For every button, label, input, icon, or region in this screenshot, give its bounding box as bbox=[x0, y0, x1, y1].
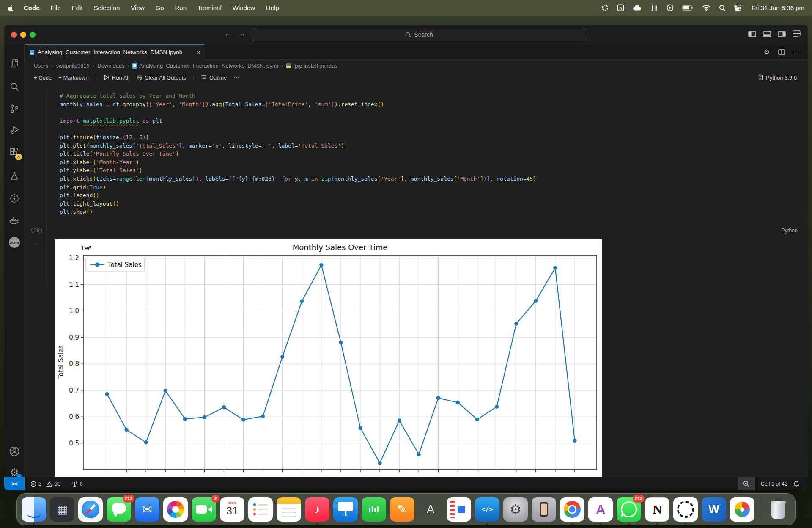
control-center-icon[interactable] bbox=[734, 5, 741, 11]
clear-all-outputs-button[interactable]: Clear All Outputs bbox=[136, 74, 186, 81]
dock-google-photos-icon[interactable] bbox=[730, 497, 754, 522]
output-collapse-toggle[interactable]: ··· bbox=[32, 241, 39, 248]
dock-photos-icon[interactable] bbox=[163, 497, 188, 522]
dock-chatgpt-icon[interactable] bbox=[673, 497, 698, 522]
dock-a-app-icon[interactable]: A bbox=[588, 497, 613, 522]
dock-app-store-icon[interactable]: A bbox=[418, 497, 443, 522]
command-search-box[interactable]: Search bbox=[252, 28, 586, 41]
menu-item-file[interactable]: File bbox=[45, 4, 66, 11]
sidebar-item-search[interactable] bbox=[4, 78, 25, 95]
dock-vscode-icon[interactable]: </> bbox=[475, 497, 499, 522]
menu-item-terminal[interactable]: Terminal bbox=[192, 4, 227, 11]
menu-item-view[interactable]: View bbox=[125, 4, 150, 11]
chatgpt-icon[interactable] bbox=[601, 4, 609, 11]
code-line[interactable]: plt.show() bbox=[60, 208, 536, 216]
battery-icon[interactable] bbox=[682, 5, 694, 11]
toggle-primary-sidebar-icon[interactable] bbox=[748, 31, 756, 37]
menu-item-selection[interactable]: Selection bbox=[88, 4, 126, 11]
sidebar-item-json[interactable]: Json bbox=[4, 234, 25, 251]
notifications-bell-icon[interactable] bbox=[793, 481, 799, 487]
title-bar[interactable]: ← → Search bbox=[4, 25, 808, 44]
airpods-icon[interactable] bbox=[650, 5, 658, 11]
dock-word-icon[interactable]: W bbox=[702, 497, 726, 522]
sidebar-item-explorer[interactable] bbox=[4, 55, 25, 72]
tab-close-icon[interactable]: × bbox=[197, 49, 200, 56]
code-line[interactable]: plt.title('Monthly Sales Over Time') bbox=[60, 150, 536, 158]
menu-item-run[interactable]: Run bbox=[170, 4, 192, 11]
toolbar-more-button[interactable]: ⋯ bbox=[233, 74, 239, 81]
sidebar-item-run-debug[interactable] bbox=[4, 121, 25, 138]
dock-trash-icon[interactable] bbox=[766, 497, 790, 522]
dock-messages-icon[interactable]: 213 bbox=[107, 497, 131, 522]
sidebar-item-testing[interactable] bbox=[4, 168, 25, 185]
dock-iphone-mirroring-icon[interactable] bbox=[532, 497, 556, 522]
dock-facetime-icon[interactable]: 2 bbox=[192, 497, 216, 522]
menu-item-go[interactable]: Go bbox=[150, 4, 170, 11]
code-line[interactable]: plt.figure(figsize=(12, 6)) bbox=[60, 133, 536, 142]
sidebar-item-extensions[interactable]: ⚠ bbox=[4, 144, 25, 161]
dock-notes-icon[interactable] bbox=[277, 497, 301, 522]
dock-keynote-icon[interactable] bbox=[333, 497, 358, 522]
dock-notion-icon[interactable]: N bbox=[645, 497, 669, 522]
kernel-picker[interactable]: Python 3.9.6 bbox=[758, 74, 797, 81]
code-line[interactable]: # Aggregate total sales by Year and Mont… bbox=[60, 92, 536, 100]
code-line[interactable] bbox=[60, 125, 536, 133]
cell-language-label[interactable]: Python bbox=[781, 228, 798, 234]
window-minimize-button[interactable] bbox=[20, 32, 26, 38]
notebook-settings-gear-icon[interactable]: ⚙ bbox=[764, 48, 770, 56]
breadcrumb-item[interactable]: Analysing_Customer_Interaction_Networks_… bbox=[132, 63, 278, 69]
code-line[interactable]: plt.ylabel('Total Sales') bbox=[60, 166, 536, 175]
add-code-cell-button[interactable]: + Code bbox=[34, 74, 52, 81]
breadcrumb-item[interactable]: swapnilp9819 bbox=[56, 63, 90, 69]
navigate-forward-button[interactable]: → bbox=[238, 29, 246, 38]
remote-indicator[interactable]: >< bbox=[4, 477, 25, 490]
menu-item-edit[interactable]: Edit bbox=[66, 4, 88, 11]
add-markdown-cell-button[interactable]: + Markdown bbox=[58, 74, 88, 81]
window-zoom-button[interactable] bbox=[30, 32, 36, 38]
code-line[interactable]: plt.xticks(ticks=range(len(monthly_sales… bbox=[60, 175, 536, 183]
run-all-button[interactable]: Run All bbox=[104, 74, 129, 81]
code-line[interactable]: monthly_sales = df.groupby(['Year', 'Mon… bbox=[60, 100, 536, 109]
breadcrumb-item[interactable]: Downloads bbox=[97, 63, 124, 69]
sidebar-item-power-tools[interactable] bbox=[4, 190, 25, 207]
problems-indicator[interactable]: 3 30 bbox=[30, 481, 60, 487]
zoom-out-button[interactable] bbox=[738, 477, 755, 491]
code-line[interactable] bbox=[60, 108, 536, 117]
cloud-icon[interactable] bbox=[633, 5, 642, 11]
window-close-button[interactable] bbox=[11, 32, 17, 38]
code-cell-editor[interactable]: # Aggregate total sales by Year and Mont… bbox=[60, 92, 536, 216]
dock-pages-icon[interactable]: ✎ bbox=[390, 497, 414, 522]
accounts-icon[interactable] bbox=[4, 443, 25, 460]
dock-finder-icon[interactable] bbox=[22, 497, 46, 522]
dock-reminders-icon[interactable] bbox=[248, 497, 273, 522]
customize-layout-icon[interactable] bbox=[793, 30, 801, 37]
notion-icon[interactable]: N bbox=[617, 4, 624, 11]
dock-numbers-icon[interactable]: ılıl bbox=[362, 497, 386, 522]
menu-bar-clock[interactable]: Fri 31 Jan 6:36 pm bbox=[752, 4, 804, 11]
dock-safari-icon[interactable] bbox=[78, 497, 103, 522]
code-line[interactable]: plt.plot(monthly_sales['Total_Sales'], m… bbox=[60, 142, 536, 150]
breadcrumb-item[interactable]: !pip install pandas bbox=[286, 63, 337, 69]
spotlight-icon[interactable] bbox=[719, 5, 726, 11]
dock-whatsapp-icon[interactable]: 213 bbox=[617, 497, 641, 522]
wifi-icon[interactable] bbox=[702, 5, 710, 11]
breadcrumb-item[interactable]: Users bbox=[34, 63, 48, 69]
dock-striped-app-icon[interactable] bbox=[447, 497, 471, 522]
dock-mail-icon[interactable]: ✉ bbox=[135, 497, 159, 522]
code-line[interactable]: plt.legend() bbox=[60, 191, 536, 200]
screen-record-icon[interactable] bbox=[667, 4, 674, 11]
code-line[interactable]: import matplotlib.pyplot as plt bbox=[60, 117, 536, 125]
more-actions-icon[interactable]: ⋯ bbox=[793, 48, 800, 56]
toggle-secondary-sidebar-icon[interactable] bbox=[778, 31, 786, 37]
dock-launchpad-icon[interactable]: ▦ bbox=[50, 497, 74, 522]
ports-indicator[interactable]: 0 bbox=[71, 481, 83, 487]
sidebar-item-docker[interactable] bbox=[4, 212, 25, 229]
notebook-editor[interactable]: # Aggregate total sales by Year and Mont… bbox=[25, 84, 808, 477]
dock-calendar-icon[interactable]: JAN31 bbox=[220, 497, 244, 522]
code-line[interactable]: plt.xlabel('Month-Year') bbox=[60, 158, 536, 167]
outline-button[interactable]: Outline bbox=[201, 74, 227, 81]
menu-item-help[interactable]: Help bbox=[261, 4, 285, 11]
apple-menu-icon[interactable] bbox=[8, 4, 14, 12]
menu-item-window[interactable]: Window bbox=[227, 4, 261, 11]
sidebar-item-source-control[interactable] bbox=[4, 100, 25, 117]
